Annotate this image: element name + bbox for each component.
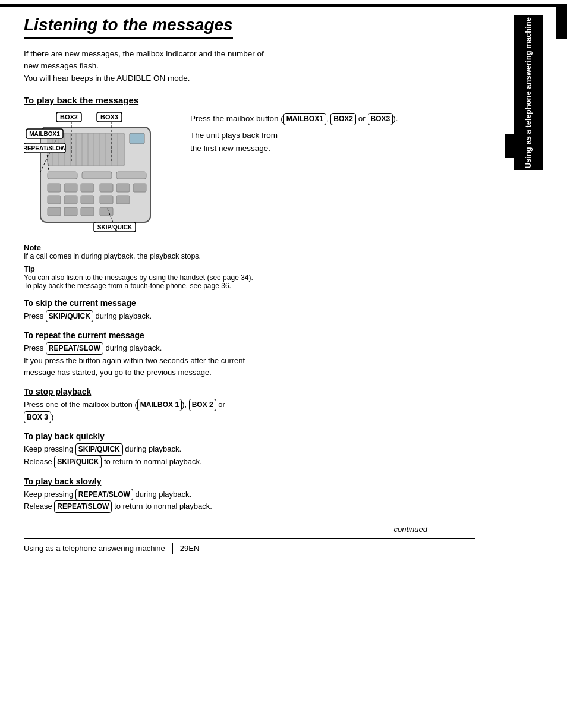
svg-text:REPEAT/SLOW: REPEAT/SLOW — [24, 145, 67, 152]
note-title: Note — [24, 243, 41, 252]
box3-btn: BOX3 — [368, 113, 393, 125]
page: Listening to the messages If there are n… — [0, 4, 567, 728]
box2-btn: BOX2 — [330, 113, 356, 125]
svg-rect-14 — [130, 133, 144, 144]
tip-section: Tip You can also listen to the messages … — [24, 265, 475, 290]
repeat-slow-btn-3: REPEAT/SLOW — [54, 500, 112, 513]
stop-section: To stop playback Press one of the mailbo… — [24, 387, 475, 423]
main-layout: Listening to the messages If there are n… — [24, 15, 543, 554]
svg-text:BOX2: BOX2 — [60, 114, 78, 121]
instruction-line-3: the first new message. — [190, 142, 475, 155]
intro-line-2: new messages flash. — [24, 60, 475, 72]
svg-rect-25 — [64, 207, 77, 216]
stop-title: To stop playback — [24, 387, 475, 396]
intro-line-1: If there are new messages, the mailbox i… — [24, 48, 475, 60]
intro-line-3: You will hear beeps in the AUDIBLE ON mo… — [24, 73, 475, 84]
repeat-text: Press REPEAT/SLOW during playback. If yo… — [24, 342, 475, 379]
instruction-line-1: Press the mailbox button (MAILBOX1, BOX2… — [190, 112, 475, 125]
quick-title: To play back quickly — [24, 431, 475, 441]
playback-heading: To play back the messages — [24, 95, 475, 105]
tip-line-1: You can also listen to the messages by u… — [24, 273, 475, 282]
right-tab-top — [556, 4, 567, 39]
playback-section: BOX2 BOX3 MAILBOX1 R — [24, 110, 475, 237]
svg-rect-19 — [64, 184, 77, 192]
footer-text: Using as a telephone answering machine — [24, 544, 165, 553]
quick-section: To play back quickly Keep pressing SKIP/… — [24, 431, 475, 468]
note-text: If a call comes in during playback, the … — [24, 252, 201, 260]
left-content: Listening to the messages If there are n… — [24, 15, 511, 554]
footer-divider — [172, 543, 173, 554]
intro-text: If there are new messages, the mailbox i… — [24, 48, 475, 84]
repeat-slow-btn-2: REPEAT/SLOW — [75, 489, 133, 501]
svg-rect-26 — [81, 207, 94, 216]
svg-text:BOX3: BOX3 — [100, 114, 118, 121]
svg-text:SKIP/QUICK: SKIP/QUICK — [97, 224, 133, 231]
repeat-slow-btn: REPEAT/SLOW — [46, 342, 103, 355]
svg-text:MAILBOX1: MAILBOX1 — [29, 131, 60, 137]
svg-rect-16 — [82, 172, 112, 179]
playback-instructions: Press the mailbox button (MAILBOX1, BOX2… — [190, 110, 475, 237]
instruction-line-2: The unit plays back from — [190, 129, 475, 142]
page-title: Listening to the messages — [24, 15, 233, 39]
mailbox1-btn: MAILBOX1 — [284, 113, 326, 125]
sidebar-marker — [505, 134, 514, 158]
svg-rect-30 — [100, 196, 113, 204]
skip-quick-btn: SKIP/QUICK — [46, 310, 93, 323]
svg-rect-23 — [81, 196, 94, 204]
svg-rect-21 — [48, 196, 61, 204]
footer-page-number: 29EN — [180, 544, 200, 553]
sidebar-tab: Using as a telephone answering machine — [514, 15, 543, 170]
svg-rect-15 — [48, 172, 77, 179]
skip-quick-btn-2: SKIP/QUICK — [75, 443, 123, 456]
box3-stop-btn: BOX 3 — [24, 411, 51, 424]
repeat-title: To repeat the current message — [24, 330, 475, 340]
slow-text: Keep pressing REPEAT/SLOW during playbac… — [24, 489, 475, 513]
stop-text: Press one of the mailbox button (MAILBOX… — [24, 399, 475, 423]
svg-rect-17 — [116, 172, 146, 179]
svg-rect-28 — [116, 184, 130, 192]
phone-diagram-container: BOX2 BOX3 MAILBOX1 R — [24, 112, 178, 237]
svg-rect-27 — [100, 184, 113, 192]
skip-title: To skip the current message — [24, 298, 475, 308]
mailbox1-stop-btn: MAILBOX 1 — [137, 399, 182, 411]
skip-section: To skip the current message Press SKIP/Q… — [24, 298, 475, 323]
box2-stop-btn: BOX 2 — [189, 399, 216, 411]
phone-diagram-svg: BOX2 BOX3 MAILBOX1 R — [24, 112, 178, 237]
quick-text: Keep pressing SKIP/QUICK during playback… — [24, 443, 475, 468]
continued-label: continued — [24, 525, 475, 534]
content-area: Listening to the messages If there are n… — [0, 4, 567, 566]
repeat-section: To repeat the current message Press REPE… — [24, 330, 475, 379]
svg-rect-31 — [116, 196, 130, 204]
page-footer: Using as a telephone answering machine 2… — [24, 538, 475, 554]
note-section: Note If a call comes in during playback,… — [24, 243, 475, 260]
top-bar — [0, 4, 567, 7]
svg-rect-18 — [48, 184, 61, 192]
slow-section: To play back slowly Keep pressing REPEAT… — [24, 477, 475, 513]
right-sidebar: Using as a telephone answering machine — [511, 15, 543, 554]
svg-rect-24 — [48, 207, 61, 216]
svg-rect-20 — [81, 184, 94, 192]
skip-quick-btn-3: SKIP/QUICK — [54, 456, 102, 468]
sidebar-label: Using as a telephone answering machine — [524, 17, 534, 168]
tip-title: Tip — [24, 265, 475, 273]
tip-line-2: To play back the message from a touch-to… — [24, 282, 475, 290]
slow-title: To play back slowly — [24, 477, 475, 486]
skip-text: Press SKIP/QUICK during playback. — [24, 310, 475, 323]
svg-rect-22 — [64, 196, 77, 204]
svg-rect-32 — [100, 207, 113, 216]
svg-rect-29 — [133, 184, 146, 192]
